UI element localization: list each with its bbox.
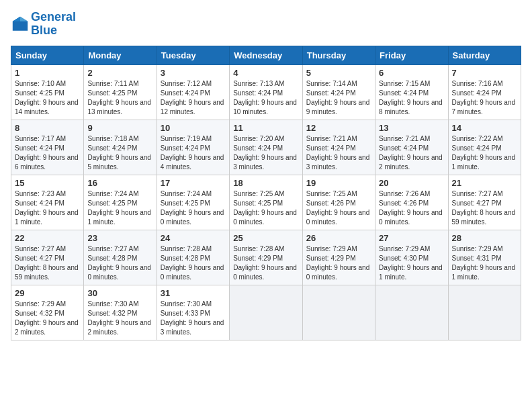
day-number: 24 [161, 233, 226, 243]
day-info: Sunrise: 7:21 AM Sunset: 4:24 PM Dayligh… [379, 134, 444, 172]
day-info: Sunrise: 7:10 AM Sunset: 4:25 PM Dayligh… [15, 79, 80, 117]
day-info: Sunrise: 7:27 AM Sunset: 4:27 PM Dayligh… [15, 244, 80, 282]
day-info: Sunrise: 7:21 AM Sunset: 4:24 PM Dayligh… [306, 134, 371, 172]
calendar-cell: 3 Sunrise: 7:12 AM Sunset: 4:24 PM Dayli… [157, 64, 229, 120]
svg-marker-2 [13, 17, 20, 21]
calendar-cell: 27 Sunrise: 7:29 AM Sunset: 4:30 PM Dayl… [375, 230, 448, 285]
day-number: 17 [161, 178, 226, 188]
day-header-tuesday: Tuesday [157, 46, 229, 64]
calendar-week-1: 1 Sunrise: 7:10 AM Sunset: 4:25 PM Dayli… [11, 64, 521, 120]
day-info: Sunrise: 7:27 AM Sunset: 4:28 PM Dayligh… [87, 244, 152, 282]
calendar-cell: 16 Sunrise: 7:24 AM Sunset: 4:25 PM Dayl… [84, 175, 157, 230]
calendar-cell: 23 Sunrise: 7:27 AM Sunset: 4:28 PM Dayl… [84, 230, 157, 285]
day-number: 27 [379, 233, 444, 243]
calendar-cell [375, 285, 448, 340]
calendar-cell: 20 Sunrise: 7:26 AM Sunset: 4:26 PM Dayl… [375, 175, 448, 230]
calendar-cell: 25 Sunrise: 7:28 AM Sunset: 4:29 PM Dayl… [230, 230, 302, 285]
day-number: 1 [15, 68, 80, 78]
calendar-cell: 22 Sunrise: 7:27 AM Sunset: 4:27 PM Dayl… [11, 230, 84, 285]
day-number: 5 [306, 68, 371, 78]
day-info: Sunrise: 7:30 AM Sunset: 4:32 PM Dayligh… [87, 300, 152, 337]
day-header-thursday: Thursday [302, 46, 375, 64]
day-number: 30 [87, 288, 152, 298]
day-number: 29 [15, 288, 80, 298]
day-number: 28 [452, 233, 517, 243]
day-number: 2 [87, 68, 152, 78]
day-info: Sunrise: 7:17 AM Sunset: 4:24 PM Dayligh… [15, 134, 80, 172]
day-number: 23 [87, 233, 152, 243]
calendar-cell: 1 Sunrise: 7:10 AM Sunset: 4:25 PM Dayli… [11, 64, 84, 120]
day-info: Sunrise: 7:16 AM Sunset: 4:24 PM Dayligh… [452, 79, 517, 117]
day-info: Sunrise: 7:29 AM Sunset: 4:30 PM Dayligh… [379, 244, 444, 282]
day-header-friday: Friday [375, 46, 448, 64]
day-number: 4 [233, 68, 298, 78]
calendar-cell [230, 285, 302, 340]
calendar-cell: 28 Sunrise: 7:29 AM Sunset: 4:31 PM Dayl… [448, 230, 521, 285]
day-number: 12 [306, 123, 371, 133]
calendar-cell [448, 285, 521, 340]
day-header-wednesday: Wednesday [230, 46, 302, 64]
day-info: Sunrise: 7:29 AM Sunset: 4:32 PM Dayligh… [15, 300, 80, 337]
day-info: Sunrise: 7:22 AM Sunset: 4:24 PM Dayligh… [452, 134, 517, 172]
day-info: Sunrise: 7:25 AM Sunset: 4:25 PM Dayligh… [233, 189, 298, 227]
logo-icon [11, 15, 30, 34]
day-info: Sunrise: 7:18 AM Sunset: 4:24 PM Dayligh… [87, 134, 152, 172]
calendar-cell: 30 Sunrise: 7:30 AM Sunset: 4:32 PM Dayl… [84, 285, 157, 340]
day-number: 15 [15, 178, 80, 188]
day-info: Sunrise: 7:30 AM Sunset: 4:33 PM Dayligh… [161, 300, 226, 337]
day-info: Sunrise: 7:27 AM Sunset: 4:27 PM Dayligh… [452, 189, 517, 227]
calendar-cell: 10 Sunrise: 7:19 AM Sunset: 4:24 PM Dayl… [157, 120, 229, 175]
logo-text: General Blue [31, 11, 76, 38]
day-number: 13 [379, 123, 444, 133]
calendar-table: SundayMondayTuesdayWednesdayThursdayFrid… [11, 46, 521, 340]
calendar-cell: 6 Sunrise: 7:15 AM Sunset: 4:24 PM Dayli… [375, 64, 448, 120]
calendar-cell: 2 Sunrise: 7:11 AM Sunset: 4:25 PM Dayli… [84, 64, 157, 120]
calendar-cell: 24 Sunrise: 7:28 AM Sunset: 4:28 PM Dayl… [157, 230, 229, 285]
calendar-cell: 5 Sunrise: 7:14 AM Sunset: 4:24 PM Dayli… [302, 64, 375, 120]
calendar-week-3: 15 Sunrise: 7:23 AM Sunset: 4:24 PM Dayl… [11, 175, 521, 230]
day-number: 11 [233, 123, 298, 133]
calendar-cell: 31 Sunrise: 7:30 AM Sunset: 4:33 PM Dayl… [157, 285, 229, 340]
calendar-cell: 12 Sunrise: 7:21 AM Sunset: 4:24 PM Dayl… [302, 120, 375, 175]
day-info: Sunrise: 7:28 AM Sunset: 4:28 PM Dayligh… [161, 244, 226, 282]
day-info: Sunrise: 7:14 AM Sunset: 4:24 PM Dayligh… [306, 79, 371, 117]
calendar-cell: 26 Sunrise: 7:29 AM Sunset: 4:29 PM Dayl… [302, 230, 375, 285]
calendar-cell: 8 Sunrise: 7:17 AM Sunset: 4:24 PM Dayli… [11, 120, 84, 175]
calendar-cell: 4 Sunrise: 7:13 AM Sunset: 4:24 PM Dayli… [230, 64, 302, 120]
day-header-sunday: Sunday [11, 46, 84, 64]
day-number: 26 [306, 233, 371, 243]
svg-marker-1 [20, 17, 28, 21]
day-number: 7 [452, 68, 517, 78]
day-info: Sunrise: 7:29 AM Sunset: 4:29 PM Dayligh… [306, 244, 371, 282]
calendar-cell: 21 Sunrise: 7:27 AM Sunset: 4:27 PM Dayl… [448, 175, 521, 230]
day-info: Sunrise: 7:15 AM Sunset: 4:24 PM Dayligh… [379, 79, 444, 117]
calendar-cell: 19 Sunrise: 7:25 AM Sunset: 4:26 PM Dayl… [302, 175, 375, 230]
day-info: Sunrise: 7:24 AM Sunset: 4:25 PM Dayligh… [87, 189, 152, 227]
day-number: 20 [379, 178, 444, 188]
day-number: 22 [15, 233, 80, 243]
day-number: 14 [452, 123, 517, 133]
day-info: Sunrise: 7:24 AM Sunset: 4:25 PM Dayligh… [161, 189, 226, 227]
calendar-cell: 18 Sunrise: 7:25 AM Sunset: 4:25 PM Dayl… [230, 175, 302, 230]
calendar-cell: 29 Sunrise: 7:29 AM Sunset: 4:32 PM Dayl… [11, 285, 84, 340]
day-info: Sunrise: 7:23 AM Sunset: 4:24 PM Dayligh… [15, 189, 80, 227]
calendar-cell [302, 285, 375, 340]
day-number: 6 [379, 68, 444, 78]
day-number: 18 [233, 178, 298, 188]
calendar-cell: 17 Sunrise: 7:24 AM Sunset: 4:25 PM Dayl… [157, 175, 229, 230]
day-info: Sunrise: 7:20 AM Sunset: 4:24 PM Dayligh… [233, 134, 298, 172]
header: General Blue [11, 11, 521, 38]
day-number: 8 [15, 123, 80, 133]
day-info: Sunrise: 7:19 AM Sunset: 4:24 PM Dayligh… [161, 134, 226, 172]
calendar-cell: 14 Sunrise: 7:22 AM Sunset: 4:24 PM Dayl… [448, 120, 521, 175]
day-info: Sunrise: 7:12 AM Sunset: 4:24 PM Dayligh… [161, 79, 226, 117]
logo: General Blue [11, 11, 76, 38]
calendar-cell: 7 Sunrise: 7:16 AM Sunset: 4:24 PM Dayli… [448, 64, 521, 120]
day-header-row: SundayMondayTuesdayWednesdayThursdayFrid… [11, 46, 521, 64]
day-info: Sunrise: 7:25 AM Sunset: 4:26 PM Dayligh… [306, 189, 371, 227]
day-header-monday: Monday [84, 46, 157, 64]
calendar-cell: 15 Sunrise: 7:23 AM Sunset: 4:24 PM Dayl… [11, 175, 84, 230]
day-number: 3 [161, 68, 226, 78]
calendar-cell: 13 Sunrise: 7:21 AM Sunset: 4:24 PM Dayl… [375, 120, 448, 175]
day-info: Sunrise: 7:29 AM Sunset: 4:31 PM Dayligh… [452, 244, 517, 282]
